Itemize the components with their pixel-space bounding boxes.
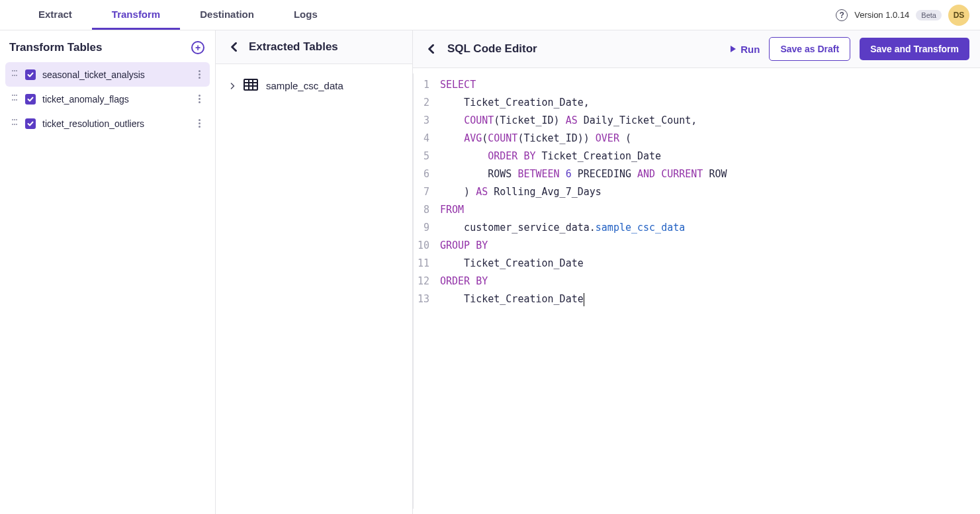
transform-table-label: seasonal_ticket_analysis — [42, 69, 189, 80]
text-cursor — [584, 293, 584, 306]
chevron-left-icon — [427, 44, 434, 54]
save-draft-button[interactable]: Save as Draft — [769, 37, 850, 61]
extracted-table-label: sample_csc_data — [266, 80, 343, 91]
play-icon — [730, 45, 736, 53]
tab-transform[interactable]: Transform — [92, 0, 180, 30]
sql-editor-panel: SQL Code Editor Run Save as Draft Save a… — [413, 30, 980, 514]
svg-rect-0 — [244, 79, 257, 90]
top-nav: Extract Transform Destination Logs ? Ver… — [0, 0, 980, 30]
table-icon — [244, 79, 258, 93]
line-gutter: 12345678910111213 — [414, 73, 435, 509]
check-badge-icon — [25, 94, 36, 105]
transform-tables-title: Transform Tables — [9, 41, 102, 54]
extracted-tables-title: Extracted Tables — [249, 40, 338, 54]
tab-logs[interactable]: Logs — [274, 0, 337, 30]
tree-caret-icon[interactable] — [229, 83, 236, 89]
transform-tables-panel: Transform Tables + seasonal_ticket_analy… — [0, 30, 216, 514]
check-badge-icon — [25, 69, 36, 80]
transform-table-item[interactable]: ticket_anomaly_flags — [5, 87, 210, 111]
run-button[interactable]: Run — [730, 44, 760, 55]
code-editor[interactable]: 12345678910111213 SELECT Ticket_Creation… — [413, 73, 975, 509]
code-content[interactable]: SELECT Ticket_Creation_Date, COUNT(Ticke… — [435, 73, 727, 509]
chevron-left-icon — [230, 42, 237, 52]
add-table-button[interactable]: + — [191, 41, 204, 54]
run-label: Run — [740, 44, 760, 55]
save-transform-button[interactable]: Save and Transform — [860, 38, 969, 60]
sql-editor-title: SQL Code Editor — [447, 42, 721, 56]
kebab-menu-button[interactable] — [196, 116, 203, 130]
check-badge-icon — [25, 118, 36, 129]
tab-extract[interactable]: Extract — [19, 0, 92, 30]
transform-table-item[interactable]: seasonal_ticket_analysis — [5, 62, 210, 87]
transform-table-item[interactable]: ticket_resolution_outliers — [5, 111, 210, 136]
version-label: Version 1.0.14 — [854, 10, 909, 20]
drag-handle-icon[interactable] — [12, 70, 19, 79]
transform-table-label: ticket_resolution_outliers — [42, 118, 189, 129]
tab-destination[interactable]: Destination — [180, 0, 274, 30]
transform-table-label: ticket_anomaly_flags — [42, 94, 189, 105]
kebab-menu-button[interactable] — [196, 92, 203, 106]
nav-tabs: Extract Transform Destination Logs — [0, 0, 337, 30]
drag-handle-icon[interactable] — [12, 95, 19, 104]
collapse-editor-button[interactable] — [423, 42, 438, 56]
extracted-tables-panel: Extracted Tables sample_csc_data — [216, 30, 413, 514]
drag-handle-icon[interactable] — [12, 119, 19, 128]
extracted-table-item[interactable]: sample_csc_data — [224, 75, 404, 97]
beta-badge: Beta — [916, 10, 942, 21]
kebab-menu-button[interactable] — [196, 67, 203, 81]
avatar[interactable]: DS — [948, 5, 969, 26]
nav-right: ? Version 1.0.14 Beta DS — [836, 0, 969, 30]
collapse-extracted-button[interactable] — [226, 40, 241, 54]
help-icon[interactable]: ? — [836, 9, 848, 21]
